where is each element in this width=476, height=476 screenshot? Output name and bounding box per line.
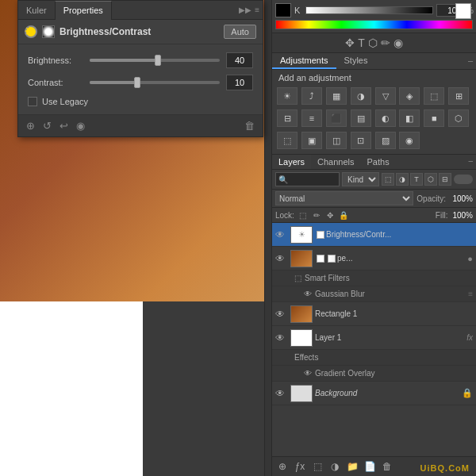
layer-row-layer1[interactable]: 👁 Layer 1 fx: [272, 326, 476, 350]
move-tool-icon[interactable]: ✥: [345, 36, 355, 49]
tab-styles[interactable]: Styles: [336, 53, 376, 69]
k-channel-row: K %: [275, 3, 473, 17]
gradient-visibility-icon[interactable]: 👁: [304, 369, 312, 378]
adj-brightness-icon[interactable]: ☀: [277, 87, 298, 105]
type-tool-icon[interactable]: T: [358, 36, 365, 49]
layers-panel-menu[interactable]: –: [465, 155, 476, 169]
filter-toggle[interactable]: [454, 175, 473, 184]
search-icon: 🔍: [278, 175, 288, 184]
add-layer-icon[interactable]: ⊕: [25, 118, 36, 133]
adj-extra5-icon[interactable]: ▨: [375, 132, 396, 149]
fill-value[interactable]: 100%: [452, 211, 473, 220]
adjustment-layer-icon[interactable]: ◑: [328, 459, 342, 474]
adj-panel-menu[interactable]: –: [465, 53, 476, 69]
use-legacy-checkbox[interactable]: [28, 97, 37, 106]
new-layer-icon[interactable]: 📄: [363, 459, 377, 474]
layer-name-brightness: Brightness/Contr...: [326, 230, 473, 239]
right-tool-icons: ✥ T ⬡ ✏ ◉: [272, 33, 476, 52]
pen-tool-icon[interactable]: ✏: [381, 36, 390, 49]
blend-mode-select[interactable]: Normal: [275, 191, 413, 205]
adj-vibrance-icon[interactable]: ◈: [399, 87, 420, 105]
contrast-thumb[interactable]: [134, 77, 140, 88]
layer-thumb-brightness: ☀: [290, 226, 313, 244]
panel-expand-icon[interactable]: ▶▶: [239, 6, 251, 14]
adj-extra1-icon[interactable]: ⬚: [277, 132, 298, 149]
shape-tool-icon[interactable]: ⬡: [368, 36, 378, 49]
adj-pattern-icon[interactable]: ⬡: [448, 109, 469, 127]
adj-hsl-icon[interactable]: ◑: [351, 87, 371, 105]
filter-type-icon[interactable]: T: [410, 173, 423, 186]
brightness-thumb[interactable]: [155, 55, 161, 66]
filter-smart-icon[interactable]: ⊟: [439, 173, 451, 186]
reset-icon[interactable]: ↩: [58, 118, 70, 133]
layer-visibility-brightness[interactable]: 👁: [275, 229, 288, 240]
panel-menu-icon[interactable]: ≡: [255, 6, 259, 14]
adj-solid-fill-icon[interactable]: ■: [424, 109, 444, 127]
add-mask-icon[interactable]: ⬚: [310, 459, 324, 474]
adj-levels-icon[interactable]: ▦: [326, 87, 347, 105]
white-square-thumb: [455, 3, 471, 19]
layers-search-box[interactable]: 🔍: [275, 172, 340, 186]
layer-row-brightness[interactable]: 👁 ☀ Brightness/Contr...: [272, 223, 476, 247]
visibility-sub-icon[interactable]: 👁: [304, 290, 312, 298]
layer-visibility-rect1[interactable]: 👁: [275, 309, 288, 320]
adj-extra3-icon[interactable]: ◫: [326, 132, 347, 149]
adj-channel-mix-icon[interactable]: ⊞: [448, 87, 469, 105]
use-legacy-label: Use Legacy: [42, 97, 88, 106]
adj-photo-icon[interactable]: ⬚: [424, 87, 444, 105]
tab-paths[interactable]: Paths: [361, 155, 396, 169]
layer-thumb-layer1: [290, 329, 313, 347]
adj-extra2-icon[interactable]: ▣: [301, 132, 322, 149]
layer-style-icon[interactable]: ƒx: [293, 459, 307, 474]
lock-position-icon[interactable]: ✥: [324, 209, 336, 221]
gradient-overlay-label: Gradient Overlay: [315, 369, 375, 378]
opacity-value[interactable]: 100%: [449, 194, 473, 203]
tab-channels[interactable]: Channels: [311, 155, 360, 169]
new-group-icon[interactable]: 📁: [345, 459, 359, 474]
delete-icon[interactable]: 🗑: [243, 118, 256, 133]
adj-curves-icon[interactable]: ⤴: [301, 87, 322, 105]
k-slider[interactable]: [305, 6, 433, 14]
delete-layer-icon[interactable]: 🗑: [380, 459, 394, 474]
lock-all-icon[interactable]: 🔒: [338, 209, 349, 221]
lock-pixel-icon[interactable]: ✏: [311, 209, 322, 221]
contrast-value[interactable]: 10: [226, 75, 253, 90]
lock-transparent-icon[interactable]: ⬚: [298, 209, 309, 221]
layer-visibility-bg[interactable]: 👁: [275, 388, 288, 399]
color-spectrum-bar[interactable]: [275, 20, 473, 29]
layer-name-background: Background: [315, 389, 460, 397]
adj-extra6-icon[interactable]: ◉: [399, 132, 420, 149]
adj-shadow-icon[interactable]: ◧: [399, 109, 420, 127]
layer-row-rectangle1[interactable]: 👁 Rectangle 1: [272, 302, 476, 326]
panel-content: Brightness: 40 Contrast: 10 U: [18, 44, 263, 114]
adj-gradient-map-icon[interactable]: ▤: [351, 109, 371, 127]
clip-layer-icon[interactable]: ↺: [41, 118, 53, 133]
layer-row-background[interactable]: 👁 Background 🔒: [272, 382, 476, 405]
gaussian-blur-label: Gaussian Blur: [315, 290, 365, 298]
eye-tool-icon[interactable]: ◉: [393, 36, 403, 49]
brightness-fill: [90, 59, 161, 62]
link-layers-icon[interactable]: ⊕: [275, 459, 290, 474]
filter-kind-select[interactable]: Kind: [342, 172, 379, 186]
brightness-value[interactable]: 40: [226, 52, 253, 68]
tab-adjustments[interactable]: Adjustments: [272, 53, 336, 69]
layer-row-pe[interactable]: 👁 pe... ●: [272, 247, 476, 271]
adj-posterize-icon[interactable]: ≡: [301, 109, 322, 127]
auto-button[interactable]: Auto: [224, 25, 256, 39]
adj-threshold-icon[interactable]: ⬛: [326, 109, 347, 127]
layer-visibility-pe[interactable]: 👁: [275, 253, 288, 264]
filter-shape-icon[interactable]: ⬡: [424, 173, 437, 186]
layer-visibility-layer1[interactable]: 👁: [275, 332, 288, 344]
fill-label: Fill:: [436, 211, 448, 220]
adj-extra4-icon[interactable]: ⊡: [351, 132, 371, 149]
filter-adj-icon[interactable]: ◑: [396, 173, 409, 186]
adj-invert-icon[interactable]: ⊟: [277, 109, 298, 127]
tab-properties[interactable]: Properties: [55, 1, 112, 20]
adj-color-icon[interactable]: ▽: [375, 87, 396, 105]
filter-pixel-icon[interactable]: ⬚: [382, 173, 394, 186]
visibility-icon[interactable]: ◉: [75, 118, 86, 133]
tab-layers[interactable]: Layers: [272, 155, 311, 169]
adj-selective-color-icon[interactable]: ◐: [375, 109, 396, 127]
tab-kuler[interactable]: Kuler: [18, 1, 55, 20]
adj-icons-row3: ⬚ ▣ ◫ ⊡ ▨ ◉: [272, 130, 476, 154]
